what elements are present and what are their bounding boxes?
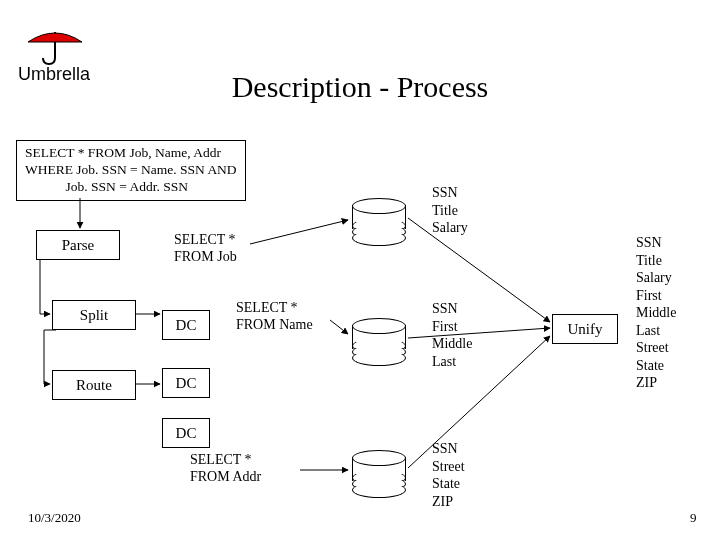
unify-box: Unify (552, 314, 618, 344)
db-addr-icon (352, 450, 404, 488)
source-sql: SELECT * FROM Job, Name, Addr WHERE Job.… (16, 140, 246, 201)
page-title: Description - Process (0, 70, 720, 104)
dc-box-1: DC (162, 310, 210, 340)
dc-box-3: DC (162, 418, 210, 448)
dc-box-2: DC (162, 368, 210, 398)
query-name: SELECT * FROM Name (236, 300, 313, 334)
fields-addr: SSN Street State ZIP (432, 440, 465, 510)
stage-parse: Parse (36, 230, 120, 260)
stage-split: Split (52, 300, 136, 330)
fields-job: SSN Title Salary (432, 184, 468, 237)
fields-out: SSN Title Salary First Middle Last Stree… (636, 234, 676, 392)
db-job-icon (352, 198, 404, 236)
footer-page: 9 (690, 510, 697, 526)
footer-date: 10/3/2020 (28, 510, 81, 526)
fields-name: SSN First Middle Last (432, 300, 472, 370)
db-name-icon (352, 318, 404, 356)
query-job: SELECT * FROM Job (174, 232, 237, 266)
query-addr: SELECT * FROM Addr (190, 452, 261, 486)
stage-route: Route (52, 370, 136, 400)
